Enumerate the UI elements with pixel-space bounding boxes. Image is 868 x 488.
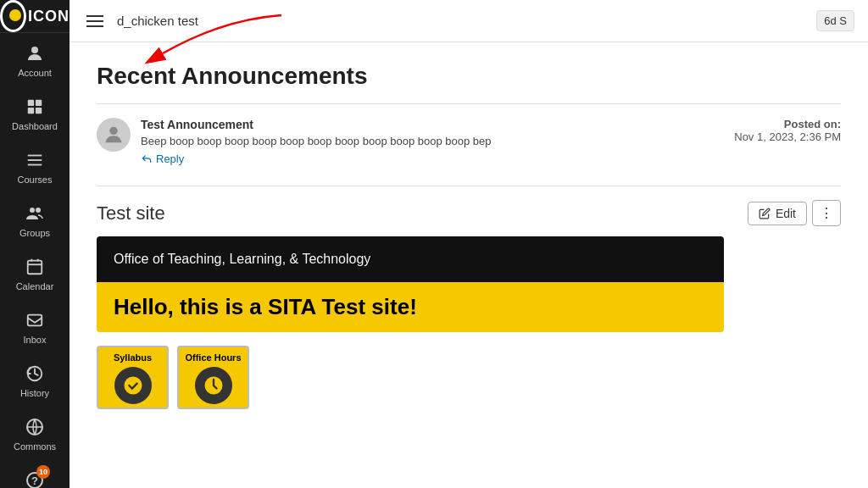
svg-rect-3 (28, 108, 34, 114)
svg-rect-7 (28, 164, 42, 166)
topbar-right: 6d S (816, 10, 854, 31)
sidebar-item-inbox-label: Inbox (24, 335, 47, 345)
reply-icon (141, 153, 153, 165)
announcement-title: Test Announcement (141, 118, 724, 131)
sidebar-item-account-label: Account (18, 68, 52, 78)
topbar-title: d_chicken test (117, 14, 198, 28)
course-tile-syllabus[interactable]: Syllabus (97, 346, 169, 409)
sidebar-item-inbox[interactable]: Inbox (0, 300, 70, 353)
course-tiles: Syllabus Office Hours (97, 346, 841, 409)
syllabus-tile-icon (114, 367, 152, 404)
svg-point-9 (36, 208, 41, 213)
sidebar-item-account[interactable]: Account (0, 33, 70, 86)
hamburger-button[interactable] (83, 12, 107, 30)
logo-circle-icon (0, 0, 26, 32)
announcement-body: Test Announcement Beep boop boop boop bo… (141, 118, 724, 165)
commons-icon (23, 415, 47, 439)
sidebar-item-dashboard[interactable]: Dashboard (0, 86, 70, 140)
banner-top: Office of Teaching, Learning, & Technolo… (97, 236, 724, 282)
sidebar-item-courses[interactable]: Courses (0, 140, 70, 193)
sidebar-item-groups-label: Groups (19, 228, 50, 238)
courses-icon (23, 148, 47, 172)
svg-rect-6 (28, 159, 42, 161)
sidebar-item-history-label: History (20, 388, 49, 398)
calendar-icon (23, 255, 47, 279)
svg-text:?: ? (31, 474, 38, 487)
announcement-meta: Posted on: Nov 1, 2023, 2:36 PM (734, 118, 841, 143)
page-title: Recent Announcements (97, 63, 841, 90)
sidebar-item-history[interactable]: History (0, 353, 70, 407)
topbar: d_chicken test 6d S (70, 0, 868, 42)
dashboard-icon (23, 95, 47, 119)
sidebar-item-help[interactable]: ? 10 Help (0, 460, 70, 488)
help-badge: 10 (36, 465, 50, 479)
office-hours-tile-icon (195, 367, 232, 404)
svg-rect-2 (36, 100, 42, 106)
svg-rect-4 (36, 108, 42, 114)
svg-point-8 (30, 208, 35, 213)
posted-on-date: Nov 1, 2023, 2:36 PM (734, 130, 841, 143)
logo-dot (9, 9, 21, 21)
announcement-card: Test Announcement Beep boop boop boop bo… (97, 118, 841, 179)
inbox-icon (23, 308, 47, 332)
account-icon (23, 42, 47, 65)
avatar (97, 118, 131, 152)
content-area: Recent Announcements Test Announcement B… (70, 42, 868, 488)
hamburger-line-2 (86, 20, 103, 22)
svg-point-18 (124, 376, 142, 394)
section-divider (97, 103, 841, 104)
edit-label: Edit (776, 207, 796, 220)
help-icon-wrap: ? 10 (23, 469, 47, 488)
sidebar: ICON Account Dashboard Courses Groups Ca… (0, 0, 70, 488)
sidebar-logo: ICON (0, 0, 70, 33)
sidebar-item-commons[interactable]: Commons (0, 407, 70, 460)
topbar-badge-button[interactable]: 6d S (816, 10, 854, 31)
history-icon (23, 362, 47, 385)
site-actions: Edit ⋮ (748, 200, 841, 226)
svg-rect-5 (28, 155, 42, 157)
tile-label-syllabus: Syllabus (98, 352, 167, 363)
sidebar-item-calendar[interactable]: Calendar (0, 247, 70, 300)
tile-label-office-hours: Office Hours (179, 352, 248, 363)
sidebar-item-commons-label: Commons (14, 441, 56, 452)
posted-on-label: Posted on: (734, 118, 841, 130)
site-header: Test site Edit ⋮ (97, 200, 841, 226)
reply-label: Reply (156, 152, 184, 165)
sidebar-item-calendar-label: Calendar (16, 281, 54, 291)
edit-button[interactable]: Edit (748, 202, 807, 225)
sidebar-item-courses-label: Courses (18, 175, 53, 185)
logo-text: ICON (28, 8, 70, 25)
banner-bottom: Hello, this is a SITA Test site! (97, 282, 724, 332)
svg-rect-1 (28, 100, 34, 106)
svg-point-17 (109, 127, 117, 135)
edit-icon (759, 208, 771, 219)
more-options-button[interactable]: ⋮ (812, 200, 841, 226)
announcement-text: Beep boop boop boop boop boop boop boop … (141, 135, 724, 147)
section-divider-2 (97, 186, 841, 186)
sidebar-item-dashboard-label: Dashboard (12, 121, 58, 131)
svg-rect-10 (28, 261, 42, 274)
site-title: Test site (97, 202, 165, 225)
sidebar-item-groups[interactable]: Groups (0, 193, 70, 247)
groups-icon (23, 202, 47, 225)
svg-point-0 (31, 47, 38, 53)
main-area: d_chicken test 6d S Recent Announcements… (70, 0, 868, 488)
course-tile-office-hours[interactable]: Office Hours (177, 346, 249, 409)
hamburger-line-1 (86, 15, 103, 17)
hamburger-line-3 (86, 25, 103, 27)
reply-button[interactable]: Reply (141, 152, 724, 165)
site-banner: Office of Teaching, Learning, & Technolo… (97, 236, 724, 332)
